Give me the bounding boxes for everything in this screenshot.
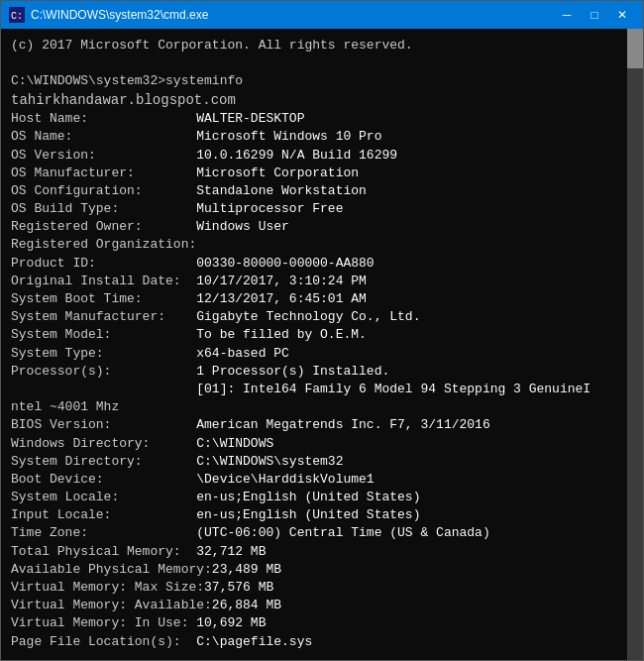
info-line: ntel ~4001 Mhz xyxy=(11,398,617,416)
info-label: Input Locale: xyxy=(11,507,196,522)
info-line: Registered Owner: Windows User xyxy=(11,218,617,236)
cmd-icon: C: xyxy=(9,7,25,23)
info-label: System Locale: xyxy=(11,490,196,504)
maximize-button[interactable]: □ xyxy=(582,5,607,25)
cmd-window: C: C:\WINDOWS\system32\cmd.exe ─ □ ✕ (c)… xyxy=(0,0,644,661)
info-label: Virtual Memory: Max Size: xyxy=(11,580,204,595)
info-line: Original Install Date: 10/17/2017, 3:10:… xyxy=(11,273,617,290)
info-value: \Device\HarddiskVolume1 xyxy=(196,472,374,487)
info-value: American Megatrends Inc. F7, 3/11/2016 xyxy=(196,417,489,432)
info-label: Boot Device: xyxy=(11,472,196,487)
info-label: Available Physical Memory: xyxy=(11,562,212,577)
info-value: (UTC-06:00) Central Time (US & Canada) xyxy=(196,525,489,540)
minimize-button[interactable]: ─ xyxy=(554,5,580,25)
console-area[interactable]: (c) 2017 Microsoft Corporation. All righ… xyxy=(1,29,643,660)
title-bar-left: C: C:\WINDOWS\system32\cmd.exe xyxy=(9,7,208,23)
info-value: Gigabyte Technology Co., Ltd. xyxy=(196,309,420,324)
info-value: To be filled by O.E.M. xyxy=(196,327,367,342)
info-value: en-us;English (United States) xyxy=(196,507,420,522)
info-label: Total Physical Memory: xyxy=(11,544,196,559)
info-label: Virtual Memory: Available: xyxy=(11,598,212,612)
info-value: 1 Processor(s) Installed. xyxy=(196,364,389,379)
scrollbar[interactable] xyxy=(627,29,643,660)
info-label: Virtual Memory: In Use: xyxy=(11,615,196,630)
info-label: Page File Location(s): xyxy=(11,634,196,649)
info-line: Registered Organization: xyxy=(11,236,617,254)
info-value: Multiprocessor Free xyxy=(196,201,343,216)
info-label: Product ID: xyxy=(11,256,196,271)
info-value: 00330-80000-00000-AA880 xyxy=(196,256,374,271)
info-line: System Boot Time: 12/13/2017, 6:45:01 AM xyxy=(11,290,617,308)
info-value: 26,884 MB xyxy=(212,598,281,612)
info-value: C:\WINDOWS xyxy=(196,436,273,451)
info-line: Virtual Memory: Available:26,884 MB xyxy=(11,597,617,614)
info-value: Standalone Workstation xyxy=(196,183,367,198)
info-label: OS Configuration: xyxy=(11,183,196,198)
info-line: Virtual Memory: Max Size:37,576 MB xyxy=(11,579,617,597)
info-line: Available Physical Memory:23,489 MB xyxy=(11,561,617,579)
info-label: System Manufacturer: xyxy=(11,309,196,324)
info-line: OS Manufacturer: Microsoft Corporation xyxy=(11,165,617,182)
info-value: 12/13/2017, 6:45:01 AM xyxy=(196,291,367,306)
copyright-text: (c) 2017 Microsoft Corporation. All righ… xyxy=(11,38,413,53)
info-line: BIOS Version: American Megatrends Inc. F… xyxy=(11,416,617,434)
info-value: Windows User xyxy=(196,219,289,234)
info-line: OS Version: 10.0.16299 N/A Build 16299 xyxy=(11,147,617,165)
info-label: OS Version: xyxy=(11,148,196,163)
info-value: 10/17/2017, 3:10:24 PM xyxy=(196,274,367,288)
info-line: Host Name: WALTER-DESKTOP xyxy=(11,110,617,128)
copyright-line: (c) 2017 Microsoft Corporation. All righ… xyxy=(11,37,617,55)
info-value: 32,712 MB xyxy=(196,544,266,559)
scrollbar-thumb[interactable] xyxy=(627,29,643,68)
info-label: System Model: xyxy=(11,327,196,342)
info-line: [01]: Intel64 Family 6 Model 94 Stepping… xyxy=(11,381,617,398)
info-value: Microsoft Corporation xyxy=(196,165,359,180)
window-controls: ─ □ ✕ xyxy=(554,5,635,25)
info-line: Page File Location(s): C:\pagefile.sys xyxy=(11,633,617,651)
info-value: 37,576 MB xyxy=(204,580,273,595)
console-content: (c) 2017 Microsoft Corporation. All righ… xyxy=(11,37,617,652)
info-line: Processor(s): 1 Processor(s) Installed. xyxy=(11,363,617,381)
info-line: Windows Directory: C:\WINDOWS xyxy=(11,435,617,453)
info-line: OS Name: Microsoft Windows 10 Pro xyxy=(11,128,617,146)
info-label: System Boot Time: xyxy=(11,291,196,306)
info-label: OS Manufacturer: xyxy=(11,165,196,180)
info-line: System Manufacturer: Gigabyte Technology… xyxy=(11,308,617,326)
info-value: C:\WINDOWS\system32 xyxy=(196,454,343,469)
info-line: OS Build Type: Multiprocessor Free xyxy=(11,200,617,218)
info-line: System Type: x64-based PC xyxy=(11,345,617,363)
info-label: Windows Directory: xyxy=(11,436,196,451)
info-value: x64-based PC xyxy=(196,346,289,361)
info-label: OS Build Type: xyxy=(11,201,196,216)
info-value: WALTER-DESKTOP xyxy=(196,111,304,126)
title-bar: C: C:\WINDOWS\system32\cmd.exe ─ □ ✕ xyxy=(1,1,643,29)
info-line: System Model: To be filled by O.E.M. xyxy=(11,326,617,344)
prompt-line: C:\WINDOWS\system32>systeminfo xyxy=(11,72,617,90)
info-line: OS Configuration: Standalone Workstation xyxy=(11,182,617,200)
systeminfo-output: Host Name: WALTER-DESKTOPOS Name: Micros… xyxy=(11,110,617,652)
info-value: en-us;English (United States) xyxy=(196,490,420,504)
info-label: BIOS Version: xyxy=(11,417,196,432)
info-line: Product ID: 00330-80000-00000-AA880 xyxy=(11,255,617,273)
info-value: 23,489 MB xyxy=(212,562,281,577)
info-label: Time Zone: xyxy=(11,525,196,540)
info-line: Boot Device: \Device\HarddiskVolume1 xyxy=(11,471,617,489)
info-continuation: [01]: Intel64 Family 6 Model 94 Stepping… xyxy=(11,382,590,396)
blank-line-1 xyxy=(11,55,617,72)
info-label: Registered Owner: xyxy=(11,219,196,234)
watermark-line: tahirkhandawar.blogspot.com xyxy=(11,91,617,111)
info-label: Host Name: xyxy=(11,111,196,126)
prompt-text: C:\WINDOWS\system32>systeminfo xyxy=(11,73,243,88)
info-label: System Type: xyxy=(11,346,196,361)
info-line: Domain: WORKGROUP xyxy=(11,651,617,652)
close-button[interactable]: ✕ xyxy=(609,5,635,25)
info-value: C:\pagefile.sys xyxy=(196,634,312,649)
info-label: OS Name: xyxy=(11,129,196,144)
info-line: Total Physical Memory: 32,712 MB xyxy=(11,543,617,561)
info-line: Time Zone: (UTC-06:00) Central Time (US … xyxy=(11,524,617,542)
info-line: Virtual Memory: In Use: 10,692 MB xyxy=(11,614,617,632)
watermark-text: tahirkhandawar.blogspot.com xyxy=(11,92,236,108)
info-line: System Directory: C:\WINDOWS\system32 xyxy=(11,453,617,471)
info-label: Processor(s): xyxy=(11,364,196,379)
window-title: C:\WINDOWS\system32\cmd.exe xyxy=(31,8,208,22)
